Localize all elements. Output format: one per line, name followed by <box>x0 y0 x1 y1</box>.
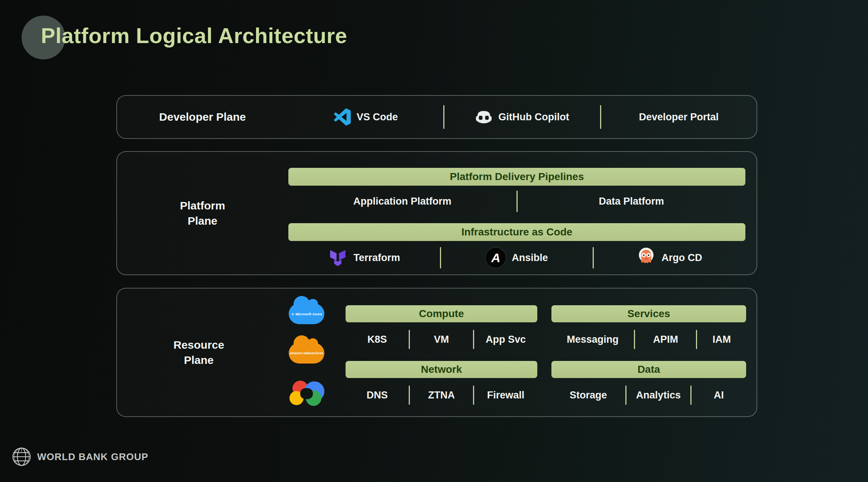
footer-brand-text: WORLD BANK GROUP <box>37 451 148 463</box>
infrastructure-as-code-bar: Infrastructure as Code <box>288 223 745 241</box>
google-cloud-icon <box>289 381 324 406</box>
tool-argo-cd: Argo CD <box>594 247 745 268</box>
gcloud-center <box>300 388 313 399</box>
platform-plane-label-line2: Plane <box>188 215 217 227</box>
tool-label: Argo CD <box>661 252 702 264</box>
resource-item: K8S <box>346 334 409 345</box>
vscode-icon <box>334 108 351 126</box>
dev-item-developer-portal: Developer Portal <box>601 111 757 123</box>
tool-label: Terraform <box>353 252 400 264</box>
resource-plane-label-line2: Plane <box>184 354 214 366</box>
tool-label: Ansible <box>512 252 548 264</box>
world-bank-globe-icon <box>11 446 32 467</box>
resource-item: Storage <box>551 390 625 401</box>
services-group: Services Messaging APIM IAM <box>551 305 746 361</box>
footer-brand: WORLD BANK GROUP <box>11 446 148 467</box>
compute-bar: Compute <box>346 305 537 322</box>
dev-item-label: VS Code <box>357 111 398 123</box>
resource-plane-label-line1: Resource <box>174 339 224 351</box>
github-copilot-icon <box>475 110 492 124</box>
dev-item-label: Developer Portal <box>639 111 719 123</box>
services-bar: Services <box>551 305 746 322</box>
developer-plane-label: Developer Plane <box>159 109 246 124</box>
resource-item: IAM <box>697 334 746 345</box>
platform-delivery-pipelines-bar: Platform Delivery Pipelines <box>288 168 745 186</box>
resource-item: VM <box>410 334 473 345</box>
dev-item-github-copilot: GitHub Copilot <box>444 110 600 124</box>
argo-cd-icon <box>637 247 655 268</box>
tool-ansible: A Ansible <box>441 248 593 268</box>
network-group: Network DNS ZTNA Firewall <box>346 361 537 417</box>
resource-item: Firewall <box>474 390 537 401</box>
resource-item: APIM <box>635 334 696 345</box>
dev-item-vscode: VS Code <box>288 108 443 126</box>
aws-cloud-icon: amazon webservices <box>289 343 324 364</box>
dev-item-label: GitHub Copilot <box>498 111 569 123</box>
resource-item: App Svc <box>474 334 537 345</box>
resource-item: AI <box>692 390 746 401</box>
resource-item: Messaging <box>551 334 634 345</box>
page-title: Platform Logical Architecture <box>41 23 347 48</box>
application-platform-item: Application Platform <box>288 196 516 207</box>
azure-cloud-icon: ▲Microsoft Azure <box>289 303 324 324</box>
tool-terraform: Terraform <box>288 248 440 267</box>
resource-item: DNS <box>346 390 409 401</box>
resource-plane-label: Resource Plane <box>174 337 224 368</box>
cloud-providers: ▲Microsoft Azure amazon webservices <box>275 289 338 416</box>
developer-plane-panel: Developer Plane VS Code <box>116 95 757 139</box>
resource-item: Analytics <box>626 390 691 401</box>
azure-cloud-label: Microsoft Azure <box>295 312 322 316</box>
aws-cloud-label: amazon webservices <box>290 351 323 355</box>
platform-plane-label-line1: Platform <box>180 199 225 212</box>
ansible-icon: A <box>486 248 506 268</box>
platform-plane-panel: Platform Plane Platform Delivery Pipelin… <box>116 151 757 275</box>
azure-logo-mark: ▲ <box>291 312 294 316</box>
data-platform-item: Data Platform <box>518 196 746 207</box>
platform-plane-label: Platform Plane <box>180 198 225 229</box>
compute-group: Compute K8S VM App Svc <box>346 305 537 361</box>
resource-plane-panel: Resource Plane ▲Microsoft Azure amazon w… <box>116 288 757 417</box>
data-group: Data Storage Analytics AI <box>551 361 746 417</box>
data-bar: Data <box>551 361 746 378</box>
slide: Platform Logical Architecture Developer … <box>0 0 868 482</box>
terraform-icon <box>328 248 347 267</box>
resource-item: ZTNA <box>410 390 473 401</box>
network-bar: Network <box>346 361 537 378</box>
